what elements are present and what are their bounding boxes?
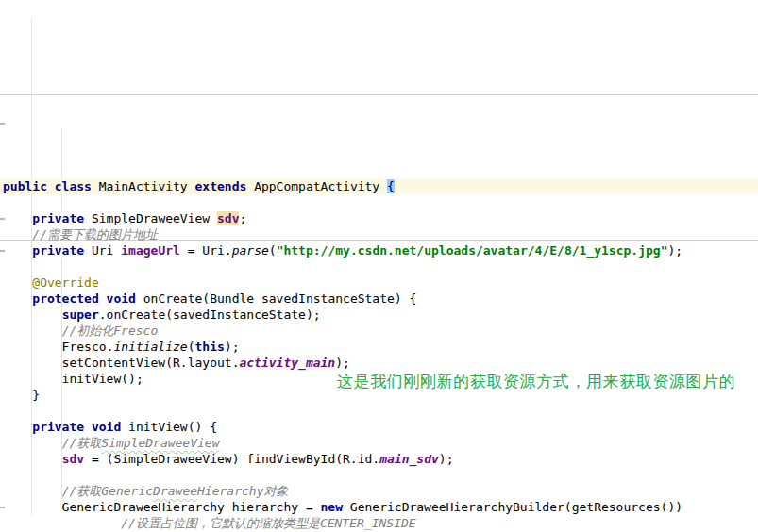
- code-token: GenericDraweeHierarchy hierarchy =: [3, 500, 321, 514]
- code-token: );: [225, 340, 240, 354]
- code-token: imageUrl: [121, 243, 180, 258]
- code-token: //初始化Fresco: [62, 324, 159, 338]
- code-token: ;: [239, 211, 246, 225]
- code-line[interactable]: private SimpleDraweeView sdv;: [0, 210, 758, 226]
- code-token: activity_main: [239, 356, 335, 370]
- code-token: extends: [195, 179, 247, 193]
- code-token: @Override: [32, 275, 98, 290]
- code-line[interactable]: public class MainActivity extends AppCom…: [0, 178, 758, 194]
- code-token: parse: [232, 243, 269, 258]
- annotation-note: 这是我们刚刚新的获取资源方式，用来获取资源图片的: [337, 374, 735, 390]
- code-token: [3, 452, 62, 466]
- code-line[interactable]: [0, 467, 758, 483]
- code-line[interactable]: private Uri imageUrl = Uri.parse("http:/…: [0, 242, 758, 258]
- code-token: initView() {: [121, 420, 217, 434]
- code-line[interactable]: @Override: [0, 274, 758, 291]
- code-line[interactable]: //需要下载的图片地址: [0, 226, 758, 242]
- code-token: );: [667, 243, 682, 258]
- code-line[interactable]: private void initView() {: [0, 419, 758, 435]
- code-token: [3, 420, 32, 434]
- code-token: main_sdv: [379, 452, 439, 466]
- code-token: private: [32, 243, 84, 258]
- code-token: [3, 308, 62, 322]
- code-token: [3, 291, 32, 306]
- code-token: Uri: [84, 243, 121, 258]
- code-token: GenericDraweeHierarchyBuilder(getResourc…: [343, 500, 682, 514]
- code-token: class: [55, 179, 92, 193]
- code-token: [99, 291, 107, 306]
- code-token: [3, 275, 32, 290]
- code-token: sdv: [217, 211, 239, 225]
- code-token: [84, 420, 92, 434]
- code-token: = (SimpleDraweeView) findViewById(R.id.: [84, 452, 379, 466]
- code-token: SimpleDraweeView: [101, 436, 219, 450]
- code-token: public: [3, 179, 47, 193]
- code-token: private: [32, 211, 84, 225]
- code-token: initView();: [3, 372, 143, 386]
- code-line[interactable]: setContentView(R.layout.activity_main);: [0, 355, 758, 371]
- code-token: [3, 436, 62, 450]
- code-token: [3, 484, 62, 498]
- code-token: (: [269, 243, 277, 258]
- code-token: AppCompatActivity: [246, 179, 387, 193]
- code-token: onCreate(Bundle savedInstanceState) {: [136, 291, 416, 306]
- code-line[interactable]: [0, 194, 758, 210]
- code-line[interactable]: //初始化Fresco: [0, 323, 758, 339]
- code-line[interactable]: GenericDraweeHierarchy hierarchy = new G…: [0, 499, 758, 515]
- fold-marker: [0, 123, 5, 125]
- code-token: SimpleDraweeView: [84, 211, 217, 225]
- code-line[interactable]: //获取GenericDraweeHierarchy对象: [0, 483, 758, 499]
- code-token: [3, 324, 62, 338]
- code-line[interactable]: sdv = (SimpleDraweeView) findViewById(R.…: [0, 451, 758, 467]
- code-token: protected: [32, 291, 98, 306]
- code-line[interactable]: //获取SimpleDraweeView: [0, 435, 758, 451]
- code-line[interactable]: protected void onCreate(Bundle savedInst…: [0, 291, 758, 307]
- code-token: //获取: [62, 436, 102, 450]
- code-token: Fresco.: [3, 340, 113, 354]
- code-token: (: [188, 340, 195, 354]
- code-line[interactable]: Fresco.initialize(this);: [0, 339, 758, 355]
- code-token: //需要下载的图片地址: [32, 227, 158, 241]
- code-token: setContentView(R.layout.: [3, 356, 239, 370]
- code-line[interactable]: [0, 403, 758, 419]
- code-token: [3, 227, 32, 241]
- code-token: //设置占位图，它默认的缩放类型是CENTER_INSIDE: [121, 516, 415, 530]
- code-lines: public class MainActivity extends AppCom…: [0, 178, 758, 532]
- method-separator: [0, 94, 758, 95]
- code-token: super: [62, 308, 99, 322]
- code-line[interactable]: super.onCreate(savedInstanceState);: [0, 307, 758, 323]
- code-token: //获取Generic: [62, 484, 153, 498]
- code-token: MainActivity: [92, 179, 195, 193]
- code-token: [3, 516, 121, 530]
- code-token: void: [107, 291, 136, 306]
- code-token: );: [439, 452, 454, 466]
- code-token: new: [321, 500, 343, 514]
- code-token: sdv: [62, 452, 84, 466]
- code-token: [47, 179, 55, 193]
- code-token: {: [387, 179, 395, 193]
- code-token: "http://my.csdn.net/uploads/avatar/4/E/8…: [277, 243, 668, 258]
- code-token: }: [3, 388, 40, 402]
- code-editor[interactable]: public class MainActivity extends AppCom…: [0, 0, 758, 532]
- code-token: void: [92, 420, 121, 434]
- code-token: private: [32, 420, 84, 434]
- code-token: this: [195, 340, 225, 354]
- code-token: Drawee: [153, 484, 197, 498]
- code-token: .onCreate(savedInstanceState);: [99, 308, 321, 322]
- code-token: [3, 211, 32, 225]
- code-line[interactable]: //设置占位图，它默认的缩放类型是CENTER_INSIDE: [0, 515, 758, 531]
- code-token: [3, 243, 32, 258]
- code-token: = Uri.: [180, 243, 232, 258]
- code-token: );: [335, 356, 350, 370]
- code-token: initialize: [113, 340, 187, 354]
- code-line[interactable]: [0, 258, 758, 274]
- code-token: Hierarchy对象: [197, 484, 288, 498]
